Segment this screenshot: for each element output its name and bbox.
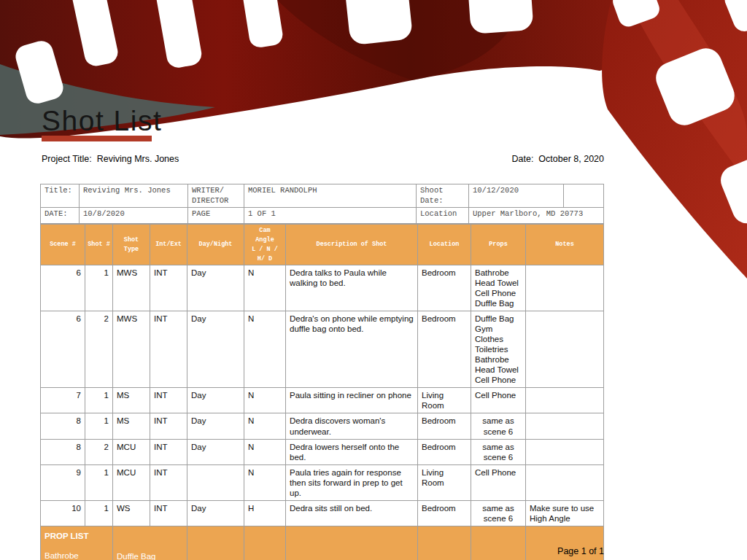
int-ext-cell: INT: [150, 265, 187, 311]
scene-cell: 8: [41, 413, 85, 439]
cam-angle-cell: N: [244, 439, 286, 464]
scene-cell: 10: [41, 500, 85, 526]
shot-cell: 1: [85, 500, 113, 526]
notes-cell: [526, 388, 604, 413]
day-night-cell: Day: [187, 265, 244, 311]
meta-line: Project Title: Reviving Mrs. Jones Date:…: [42, 154, 604, 164]
shot-cell: 1: [85, 388, 113, 413]
header-props: Props: [471, 225, 526, 265]
page-value-cell: 1 OF 1: [244, 208, 417, 224]
location-cell: Bedroom: [418, 311, 471, 388]
table-row: 6 1 MWS INT Day N Dedra talks to Paula w…: [41, 265, 604, 311]
shot-cell: 1: [85, 413, 113, 439]
scene-cell: 8: [41, 439, 85, 464]
shoot-date-label-cell: Shoot Date:: [417, 184, 469, 208]
props-cell: same as scene 6: [471, 413, 526, 439]
shot-type-cell: MS: [113, 388, 150, 413]
date-value: October 8, 2020: [538, 154, 604, 164]
date-value-cell: 10/8/2020: [80, 208, 188, 224]
info-row-title: Title: Reviving Mrs. Jones WRITER/ DIREC…: [41, 184, 604, 208]
description-cell: Paula sitting in recliner on phone: [286, 388, 418, 413]
location-cell: Bedroom: [418, 265, 471, 311]
cam-angle-cell: N: [244, 265, 286, 311]
props-cell: same as scene 6: [471, 439, 526, 464]
table-row: 10 1 WS INT Day H Dedra sits still on be…: [41, 500, 604, 526]
title-value-cell: Reviving Mrs. Jones: [80, 184, 188, 208]
table-row: 9 1 MCU INT N Paula tries again for resp…: [41, 464, 604, 500]
header-description: Description of Shot: [286, 225, 418, 265]
header-shot: Shot #: [85, 225, 113, 265]
day-night-cell: Day: [187, 388, 244, 413]
notes-cell: [526, 464, 604, 500]
shot-type-cell: MS: [113, 413, 150, 439]
day-night-cell: Day: [187, 439, 244, 464]
info-row-date: DATE: 10/8/2020 PAGE 1 OF 1 Location Upp…: [41, 208, 604, 224]
notes-cell: [526, 311, 604, 388]
description-cell: Paula tries again for response then sits…: [286, 464, 418, 500]
props-cell: Cell Phone: [471, 464, 526, 500]
writer-director-value-cell: MORIEL RANDOLPH: [244, 184, 417, 208]
day-night-cell: [187, 464, 244, 500]
day-night-cell: Day: [187, 413, 244, 439]
notes-cell: [526, 439, 604, 464]
page-number: Page 1 of 1: [42, 546, 604, 556]
shot-cell: 1: [85, 265, 113, 311]
document-date: Date: October 8, 2020: [512, 154, 605, 164]
writer-director-label-cell: WRITER/ DIRECTOR: [188, 184, 244, 208]
shot-cell: 2: [85, 311, 113, 388]
shot-type-cell: MWS: [113, 311, 150, 388]
int-ext-cell: INT: [150, 500, 187, 526]
project-title-value: Reviving Mrs. Jones: [97, 154, 179, 164]
props-cell: Duffle Bag Gym Clothes Toiletries Bathro…: [471, 311, 526, 388]
header-day-night: Day/Night: [187, 225, 244, 265]
header-shot-type: Shot Type: [113, 225, 150, 265]
film-strip-dark-patch: [277, 0, 525, 80]
day-night-cell: Day: [187, 311, 244, 388]
empty-cell: [564, 184, 604, 208]
film-strip-diagonal-band: [602, 0, 747, 279]
notes-cell: Make sure to use High Angle: [526, 500, 604, 526]
page-title: Shot List: [42, 105, 162, 137]
props-cell: same as scene 6: [471, 500, 526, 526]
int-ext-cell: INT: [150, 311, 187, 388]
table-row: 8 1 MS INT Day N Dedra discovers woman's…: [41, 413, 604, 439]
cam-angle-cell: N: [244, 413, 286, 439]
description-cell: Dedra talks to Paula while walking to be…: [286, 265, 418, 311]
cam-angle-cell: N: [244, 464, 286, 500]
props-cell: Cell Phone: [471, 388, 526, 413]
shot-list-table: Scene # Shot # Shot Type Int/Ext Day/Nig…: [40, 224, 604, 560]
location-cell: Bedroom: [418, 413, 471, 439]
shot-list-document: Title: Reviving Mrs. Jones WRITER/ DIREC…: [40, 184, 603, 560]
scene-cell: 6: [41, 311, 85, 388]
prop-list-title: PROP LIST: [44, 531, 109, 541]
cam-angle-cell: H: [244, 500, 286, 526]
table-row: 8 2 MCU INT Day N Dedra lowers herself o…: [41, 439, 604, 464]
header-scene: Scene #: [41, 225, 85, 265]
location-cell: Bedroom: [418, 500, 471, 526]
shot-cell: 2: [85, 439, 113, 464]
project-title-label: Project Title:: [42, 154, 92, 164]
header-notes: Notes: [526, 225, 604, 265]
shot-type-cell: MCU: [113, 464, 150, 500]
shot-table-header-row: Scene # Shot # Shot Type Int/Ext Day/Nig…: [41, 225, 604, 265]
location-cell: Living Room: [418, 388, 471, 413]
location-cell: Living Room: [418, 464, 471, 500]
location-label-cell: Location: [417, 208, 469, 224]
cam-angle-cell: N: [244, 311, 286, 388]
shot-cell: 1: [85, 464, 113, 500]
table-row: 6 2 MWS INT Day N Dedra's on phone while…: [41, 311, 604, 388]
notes-cell: [526, 265, 604, 311]
description-cell: Dedra's on phone while emptying duffle b…: [286, 311, 418, 388]
int-ext-cell: INT: [150, 413, 187, 439]
table-row: 7 1 MS INT Day N Paula sitting in reclin…: [41, 388, 604, 413]
header-cam-angle: Cam Angle L / N / H/ D: [244, 225, 286, 265]
date-label-cell: DATE:: [41, 208, 80, 224]
int-ext-cell: INT: [150, 464, 187, 500]
shot-type-cell: MWS: [113, 265, 150, 311]
description-cell: Dedra sits still on bed.: [286, 500, 418, 526]
header-location: Location: [418, 225, 471, 265]
int-ext-cell: INT: [150, 439, 187, 464]
location-value-cell: Upper Marlboro, MD 20773: [469, 208, 604, 224]
shoot-date-value-cell: 10/12/2020: [469, 184, 564, 208]
page-label-cell: PAGE: [188, 208, 244, 224]
